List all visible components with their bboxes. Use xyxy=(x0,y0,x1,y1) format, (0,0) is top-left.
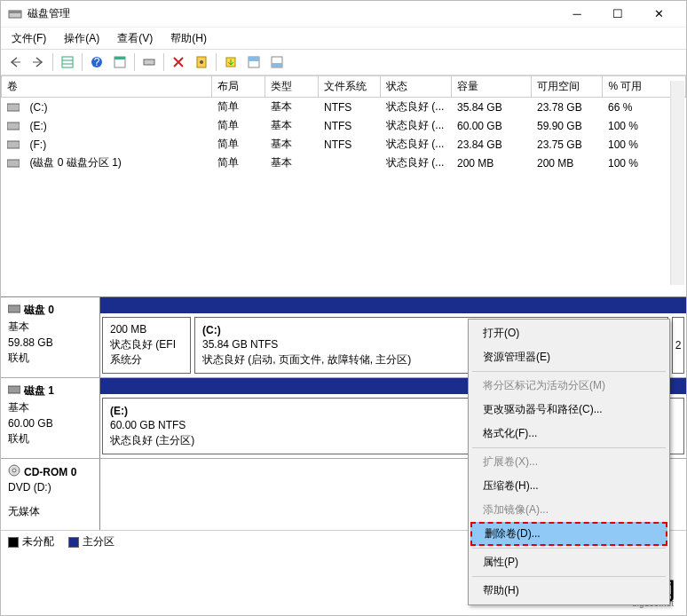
svg-point-11 xyxy=(200,60,203,64)
partition[interactable]: 2 xyxy=(672,317,684,374)
menu-action[interactable]: 操作(A) xyxy=(57,28,107,49)
table-header: 卷 布局 类型 文件系统 状态 容量 可用空间 % 可用 xyxy=(2,76,686,98)
cell-type: 基本 xyxy=(265,116,319,135)
cell-fs xyxy=(319,154,381,172)
window-title: 磁盘管理 xyxy=(28,6,557,21)
legend-swatch-primary xyxy=(68,537,79,548)
svg-rect-22 xyxy=(8,386,20,393)
svg-rect-2 xyxy=(62,57,73,67)
toolbar: ? xyxy=(1,49,686,75)
cell-fs: NTFS xyxy=(319,116,381,135)
disk-icon xyxy=(8,384,20,398)
menu-view[interactable]: 查看(V) xyxy=(110,28,160,49)
col-type[interactable]: 类型 xyxy=(265,76,319,98)
partition[interactable]: 200 MB 状态良好 (EFI 系统分 xyxy=(102,317,191,374)
disk-icon xyxy=(8,304,20,317)
layout-bottom-button[interactable] xyxy=(266,51,288,73)
cell-layout: 简单 xyxy=(212,116,265,135)
svg-rect-19 xyxy=(7,141,20,148)
menu-change-letter[interactable]: 更改驱动器号和路径(C)... xyxy=(469,398,669,422)
import-button[interactable] xyxy=(220,51,241,73)
svg-rect-9 xyxy=(144,59,154,65)
menu-shrink[interactable]: 压缩卷(H)... xyxy=(469,474,669,498)
menu-format[interactable]: 格式化(F)... xyxy=(469,422,669,446)
forward-button[interactable] xyxy=(28,51,49,73)
table-row[interactable]: (磁盘 0 磁盘分区 1)简单基本状态良好 (...200 MB200 MB10… xyxy=(2,154,686,172)
vertical-scrollbar[interactable] xyxy=(670,81,684,285)
view-list-button[interactable] xyxy=(57,51,78,73)
menu-add-mirror: 添加镜像(A)... xyxy=(469,498,669,522)
disk-type: 基本 xyxy=(8,320,92,335)
legend-swatch-unallocated xyxy=(8,537,19,548)
menu-help[interactable]: 帮助(H) xyxy=(163,28,214,49)
cell-vol: (磁盘 0 磁盘分区 1) xyxy=(25,154,212,172)
cell-free: 59.90 GB xyxy=(532,116,603,135)
cell-type: 基本 xyxy=(265,98,319,117)
cell-capacity: 23.84 GB xyxy=(452,135,532,154)
delete-button[interactable] xyxy=(168,51,189,73)
svg-rect-20 xyxy=(7,160,20,167)
svg-rect-16 xyxy=(272,63,282,67)
col-layout[interactable]: 布局 xyxy=(212,76,265,98)
close-button[interactable]: ✕ xyxy=(638,2,679,27)
disk-size: 60.00 GB xyxy=(8,417,92,430)
settings-button[interactable] xyxy=(191,51,212,73)
menu-delete-volume[interactable]: 删除卷(D)... xyxy=(470,522,667,546)
disk-label[interactable]: 磁盘 0 基本 59.88 GB 联机 xyxy=(1,297,100,377)
legend-unallocated: 未分配 xyxy=(22,534,54,549)
back-button[interactable] xyxy=(4,51,26,73)
col-capacity[interactable]: 容量 xyxy=(452,76,532,98)
app-icon xyxy=(8,7,22,21)
maximize-button[interactable]: ☐ xyxy=(597,2,638,27)
col-volume[interactable]: 卷 xyxy=(2,76,212,98)
cell-vol: (C:) xyxy=(25,98,212,117)
svg-rect-18 xyxy=(7,122,20,130)
rescan-button[interactable] xyxy=(138,51,160,73)
context-menu: 打开(O) 资源管理器(E) 将分区标记为活动分区(M) 更改驱动器号和路径(C… xyxy=(468,319,670,605)
cell-layout: 简单 xyxy=(212,154,265,172)
cell-vol: (E:) xyxy=(25,116,212,135)
table-row[interactable]: (F:)简单基本NTFS状态良好 (...23.84 GB23.75 GB100… xyxy=(2,135,686,154)
layout-top-button[interactable] xyxy=(243,51,265,73)
col-status[interactable]: 状态 xyxy=(381,76,452,98)
cell-fs: NTFS xyxy=(319,135,381,154)
disk-label[interactable]: 磁盘 1 基本 60.00 GB 联机 xyxy=(1,378,100,458)
cell-status: 状态良好 (... xyxy=(381,154,452,172)
table-row[interactable]: (E:)简单基本NTFS状态良好 (...60.00 GB59.90 GB100… xyxy=(2,116,686,135)
svg-text:?: ? xyxy=(94,56,100,68)
volume-list: 卷 布局 类型 文件系统 状态 容量 可用空间 % 可用 (C:)简单基本NTF… xyxy=(1,75,686,297)
cell-layout: 简单 xyxy=(212,98,265,117)
disk-name: 磁盘 0 xyxy=(24,303,54,318)
cell-free: 23.75 GB xyxy=(532,135,603,154)
svg-point-24 xyxy=(12,469,16,472)
cdrom-icon xyxy=(8,464,20,479)
col-fs[interactable]: 文件系统 xyxy=(319,76,381,98)
cell-vol: (F:) xyxy=(25,135,212,154)
disk-size: 59.88 GB xyxy=(8,336,92,349)
menu-help[interactable]: 帮助(H) xyxy=(469,579,669,603)
cell-free: 200 MB xyxy=(532,154,603,172)
disk-type: 基本 xyxy=(8,400,92,415)
disk-name: CD-ROM 0 xyxy=(24,466,76,478)
help-button[interactable]: ? xyxy=(86,51,107,73)
svg-rect-1 xyxy=(9,11,21,13)
cell-layout: 简单 xyxy=(212,135,265,154)
properties-button[interactable] xyxy=(109,51,130,73)
cell-capacity: 200 MB xyxy=(452,154,532,172)
table-row[interactable]: (C:)简单基本NTFS状态良好 (...35.84 GB23.78 GB66 … xyxy=(2,98,686,117)
menu-extend: 扩展卷(X)... xyxy=(469,450,669,474)
cell-status: 状态良好 (... xyxy=(381,135,452,154)
partition-size: 200 MB xyxy=(110,323,183,336)
menu-file[interactable]: 文件(F) xyxy=(4,28,53,49)
menu-properties[interactable]: 属性(P) xyxy=(469,550,669,574)
disk-label[interactable]: CD-ROM 0 DVD (D:) 无媒体 xyxy=(1,459,100,530)
menu-explorer[interactable]: 资源管理器(E) xyxy=(469,345,669,369)
svg-rect-14 xyxy=(249,57,259,61)
menu-open[interactable]: 打开(O) xyxy=(469,321,669,345)
col-free[interactable]: 可用空间 xyxy=(532,76,603,98)
cdrom-sub: DVD (D:) xyxy=(8,481,92,494)
minimize-button[interactable]: ─ xyxy=(557,2,597,27)
title-bar: 磁盘管理 ─ ☐ ✕ xyxy=(1,1,686,28)
disk-status: 联机 xyxy=(8,431,92,446)
menu-mark-active: 将分区标记为活动分区(M) xyxy=(469,374,669,398)
